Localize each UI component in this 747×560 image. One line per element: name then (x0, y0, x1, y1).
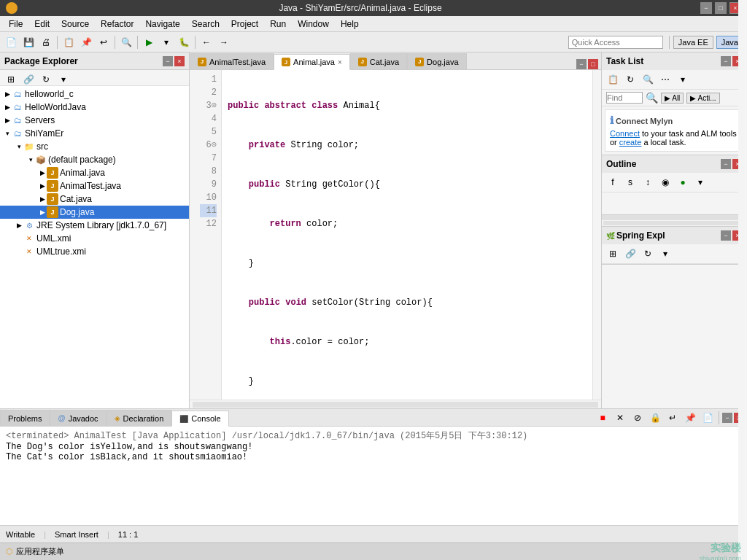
menu-project[interactable]: Project (225, 18, 264, 31)
menu-source[interactable]: Source (55, 18, 95, 31)
tab-declaration[interactable]: ◈ Declaration (107, 410, 172, 426)
print-button[interactable]: 🖨 (38, 34, 54, 50)
filter-all[interactable]: ▶ All (661, 93, 684, 104)
editor-minimize-btn[interactable]: − (576, 59, 587, 69)
tree-arrow-animal-java[interactable]: ▶ (38, 169, 47, 176)
console-word-wrap-btn[interactable]: ↵ (665, 410, 681, 426)
outline-menu-btn[interactable]: ▾ (692, 174, 708, 190)
tree-arrow-dog-java[interactable]: ▶ (38, 209, 47, 216)
menu-edit[interactable]: Edit (28, 18, 55, 31)
console-clear-btn[interactable]: ⊘ (630, 410, 646, 426)
tree-item-uml-xmi[interactable]: ▶ ✕ UML.xmi (0, 232, 189, 245)
tree-item-cat-java[interactable]: ▶ J Cat.java (0, 192, 189, 206)
spring-link-btn[interactable]: 🔗 (622, 246, 638, 262)
pkg-link-btn[interactable]: 🔗 (20, 71, 36, 88)
console-new-btn[interactable]: 📄 (700, 410, 716, 426)
tree-arrow-src[interactable]: ▾ (15, 143, 23, 150)
tree-arrow-jre[interactable]: ▶ (15, 222, 23, 229)
tab-javadoc[interactable]: @ Javadoc (50, 410, 106, 426)
code-content[interactable]: public abstract class Animal{ private St… (222, 70, 592, 400)
editor-hscrollbar[interactable] (190, 400, 601, 408)
tab-dog[interactable]: J Dog.java (407, 53, 466, 69)
outline-hscrollbar[interactable] (602, 214, 747, 220)
tab-animal[interactable]: J Animal.java × (274, 54, 350, 70)
menu-refactor[interactable]: Refactor (95, 18, 139, 31)
spring-collapse-btn[interactable]: ⊞ (605, 246, 621, 262)
tree-item-jre[interactable]: ▶ ⚙ JRE System Library [jdk1.7.0_67] (0, 219, 189, 232)
outline-hide-static-btn[interactable]: s (622, 174, 638, 190)
tree-item-shiyamer[interactable]: ▾ 🗂 ShiYamEr (0, 127, 189, 140)
tab-problems[interactable]: Problems (0, 410, 50, 426)
filter-acti[interactable]: ▶ Acti... (686, 93, 719, 104)
menu-run[interactable]: Run (264, 18, 292, 31)
tree-item-dog-java[interactable]: ▶ J Dog.java (0, 206, 189, 219)
pkg-menu-btn[interactable]: ▾ (55, 71, 71, 88)
spring-menu-btn[interactable]: ▾ (657, 246, 673, 262)
copy-button[interactable]: 📋 (61, 34, 77, 50)
create-link[interactable]: create (619, 138, 642, 147)
pkg-minimize-btn[interactable]: − (163, 56, 173, 66)
connect-link[interactable]: Connect (610, 129, 640, 138)
tree-item-animaltest-java[interactable]: ▶ J AnimalTest.java (0, 179, 189, 192)
console-pin-btn[interactable]: 📌 (682, 410, 698, 426)
pkg-close-btn[interactable]: × (174, 56, 185, 66)
tree-arrow-default-package[interactable]: ▾ (26, 156, 35, 163)
task-filter-btn[interactable]: 🔍 (640, 71, 656, 88)
tab-console[interactable]: ⬛ Console (171, 411, 228, 427)
tab-animaltest[interactable]: J AnimalTest.java (190, 53, 274, 69)
pkg-collapse-btn[interactable]: ⊞ (3, 71, 19, 88)
tree-arrow-shiyamer[interactable]: ▾ (3, 130, 12, 137)
minimize-button[interactable]: − (700, 2, 712, 14)
outline-vscrollbar[interactable] (603, 221, 746, 225)
editor-scrollbar[interactable] (592, 70, 601, 400)
task-sync-btn[interactable]: ↻ (622, 71, 638, 88)
menu-window[interactable]: Window (292, 18, 335, 31)
outline-green-dot-btn[interactable]: ● (675, 174, 691, 190)
console-scrollbar[interactable] (738, 0, 747, 560)
pkg-sync-btn[interactable]: ↻ (38, 71, 54, 88)
console-terminate-btn[interactable]: ■ (595, 410, 611, 426)
tree-item-animal-java[interactable]: ▶ J Animal.java (0, 166, 189, 179)
outline-hide-fields-btn[interactable]: f (605, 174, 621, 190)
spring-sync-btn[interactable]: ↻ (640, 246, 656, 262)
outline-minimize-btn[interactable]: − (721, 159, 731, 169)
tree-arrow-cat-java[interactable]: ▶ (38, 195, 47, 203)
maximize-button[interactable]: □ (715, 2, 727, 14)
tree-item-helloworld-c[interactable]: ▶ 🗂 helloworld_c (0, 88, 189, 101)
tree-item-helloworldjava[interactable]: ▶ 🗂 HelloWorldJava (0, 101, 189, 114)
window-controls[interactable]: − □ × (700, 2, 741, 14)
bottom-minimize-btn[interactable]: − (722, 413, 732, 423)
spring-minimize-btn[interactable]: − (721, 230, 731, 241)
console-remove-btn[interactable]: ✕ (612, 410, 628, 426)
task-more-btn[interactable]: ⋯ (657, 71, 673, 88)
task-new-btn[interactable]: 📋 (605, 71, 621, 88)
tree-arrow-helloworldjava[interactable]: ▶ (3, 104, 12, 111)
menu-navigate[interactable]: Navigate (139, 18, 185, 31)
menu-file[interactable]: File (3, 18, 28, 31)
paste-button[interactable]: 📌 (78, 34, 94, 50)
find-search-icon[interactable]: 🔍 (646, 92, 658, 104)
debug-button[interactable]: 🐛 (176, 34, 192, 50)
menu-search[interactable]: Search (186, 18, 225, 31)
task-menu-btn[interactable]: ▾ (675, 71, 691, 88)
outline-sort-btn[interactable]: ↕ (640, 174, 656, 190)
tree-item-src[interactable]: ▾ 📁 src (0, 140, 189, 153)
menu-help[interactable]: Help (335, 18, 365, 31)
editor-maximize-btn[interactable]: □ (588, 59, 598, 69)
task-list-minimize-btn[interactable]: − (721, 56, 731, 66)
java-ee-perspective[interactable]: Java EE (673, 36, 713, 49)
tree-arrow-servers[interactable]: ▶ (3, 117, 12, 124)
forward-button[interactable]: → (216, 34, 232, 50)
run-button[interactable]: ▶ (141, 34, 157, 50)
taskbar-app-menu[interactable]: 应用程序菜单 (16, 546, 64, 557)
tab-cat[interactable]: J Cat.java (350, 53, 407, 69)
quick-access-input[interactable] (568, 36, 663, 49)
save-button[interactable]: 💾 (20, 34, 36, 50)
tab-close-animal[interactable]: × (338, 58, 342, 66)
search-button[interactable]: 🔍 (118, 34, 134, 50)
tree-item-default-package[interactable]: ▾ 📦 (default package) (0, 153, 189, 166)
undo-button[interactable]: ↩ (96, 34, 112, 50)
outline-hide-nonpub-btn[interactable]: ◉ (657, 174, 673, 190)
run-dropdown[interactable]: ▾ (158, 34, 174, 50)
back-button[interactable]: ← (198, 34, 214, 50)
